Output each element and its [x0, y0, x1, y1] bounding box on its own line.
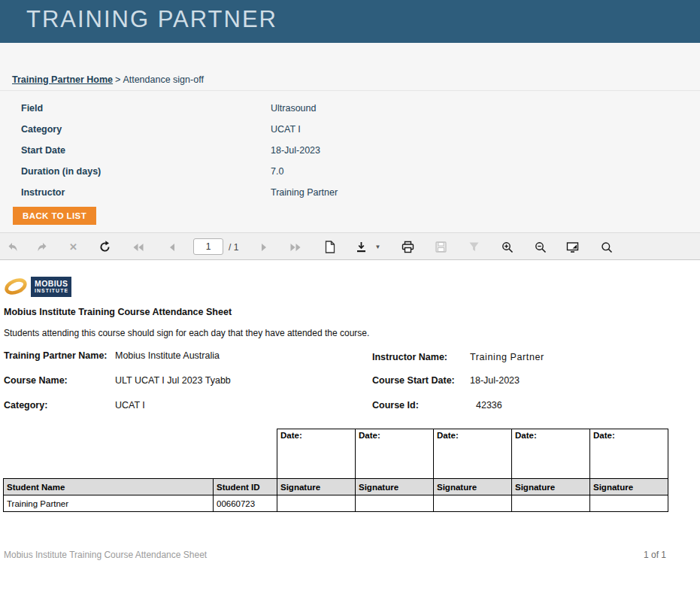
logo-text-institute: INSTITUTE [35, 288, 71, 293]
cell-student-name: Training Partner [4, 495, 214, 512]
info-value: 42336 [476, 400, 502, 411]
cell-student-id: 00660723 [214, 495, 277, 512]
info-label: Category: [4, 400, 115, 411]
info-value: ULT UCAT I Jul 2023 Tyabb [115, 375, 231, 386]
breadcrumb-divider [0, 90, 700, 91]
course-details: Field Ultrasound Category UCAT I Start D… [21, 98, 668, 203]
detail-row-start-date: Start Date 18-Jul-2023 [21, 140, 668, 161]
mobius-swoosh-icon [2, 275, 29, 298]
detail-label: Start Date [21, 145, 271, 156]
info-course-start-date: Course Start Date: 18-Jul-2023 [372, 375, 520, 386]
detail-value: 7.0 [271, 166, 283, 177]
header-student-id: Student ID [214, 479, 277, 495]
detail-label: Category [21, 124, 271, 135]
info-course-id: Course Id: 42336 [372, 400, 502, 411]
detail-row-duration: Duration (in days) 7.0 [21, 161, 668, 182]
new-document-icon[interactable] [323, 241, 336, 253]
app-content: Training Partner Home>Attendance sign-of… [0, 43, 700, 232]
detail-label: Duration (in days) [21, 166, 271, 177]
filter-icon[interactable] [468, 241, 480, 253]
cell-signature [277, 495, 356, 512]
report-page: MOBIUS INSTITUTE Mobius Institute Traini… [0, 260, 700, 606]
cell-signature [512, 495, 590, 512]
logo-text-mobius: MOBIUS [35, 280, 71, 288]
first-page-icon[interactable] [132, 241, 144, 253]
detail-value: 18-Jul-2023 [271, 145, 320, 156]
date-cell: Date: [590, 429, 668, 479]
header-signature: Signature [277, 479, 356, 495]
info-training-partner: Training Partner Name: Mobius Institute … [4, 350, 220, 361]
report-page-count: 1 of 1 [644, 550, 666, 560]
mobius-institute-logo: MOBIUS INSTITUTE [2, 275, 71, 298]
next-page-icon[interactable] [257, 241, 270, 253]
detail-value: Ultrasound [271, 103, 316, 114]
detail-row-category: Category UCAT I [21, 119, 668, 140]
previous-page-icon[interactable] [165, 241, 178, 253]
detail-row-instructor: Instructor Training Partner [21, 182, 668, 203]
report-subtitle: Students attending this course should si… [4, 328, 369, 338]
header-signature: Signature [356, 479, 434, 495]
breadcrumb: Training Partner Home>Attendance sign-of… [12, 74, 204, 85]
info-label: Instructor Name: [372, 352, 470, 362]
info-value: Mobius Institute Australia [115, 350, 220, 361]
date-row: Date: Date: Date: Date: Date: [4, 429, 668, 479]
attendance-table: Date: Date: Date: Date: Date: Student Na… [3, 429, 668, 512]
detail-row-field: Field Ultrasound [21, 98, 668, 119]
page-total-label: / 1 [229, 242, 238, 253]
info-value: Training Partner [470, 352, 544, 362]
back-to-list-button[interactable]: BACK TO LIST [13, 207, 96, 225]
date-row-blank-cell [4, 429, 277, 479]
print-icon[interactable] [402, 241, 414, 253]
page-number-input[interactable] [193, 238, 223, 255]
last-page-icon[interactable] [289, 241, 302, 253]
detail-value: Training Partner [271, 187, 338, 198]
header-student-name: Student Name [4, 479, 214, 495]
info-label: Course Name: [4, 375, 115, 386]
search-icon[interactable] [600, 241, 613, 253]
download-icon[interactable] [355, 241, 368, 253]
top-banner: TRAINING PARTNER [0, 0, 700, 43]
cell-signature [590, 495, 668, 512]
save-icon[interactable] [435, 241, 447, 253]
info-value: 18-Jul-2023 [470, 375, 520, 386]
undo-arrow-icon[interactable] [6, 241, 19, 253]
download-caret-icon[interactable]: ▼ [371, 241, 384, 253]
detail-value: UCAT I [271, 124, 301, 135]
date-cell: Date: [277, 429, 356, 479]
cancel-icon[interactable]: ✕ [67, 241, 80, 253]
info-label: Training Partner Name: [4, 350, 115, 361]
table-header-row: Student Name Student ID Signature Signat… [4, 479, 668, 495]
detail-label: Field [21, 103, 271, 114]
breadcrumb-separator: > [113, 74, 123, 85]
report-toolbar: ✕ / 1 ▼ [0, 232, 700, 260]
info-label: Course Id: [372, 400, 476, 411]
redo-arrow-icon[interactable] [35, 241, 48, 253]
date-cell: Date: [356, 429, 434, 479]
info-course-name: Course Name: ULT UCAT I Jul 2023 Tyabb [4, 375, 231, 386]
date-cell: Date: [512, 429, 590, 479]
breadcrumb-home-link[interactable]: Training Partner Home [12, 74, 113, 85]
cell-signature [356, 495, 434, 512]
info-label: Course Start Date: [372, 375, 470, 386]
report-title: Mobius Institute Training Course Attenda… [4, 307, 232, 317]
breadcrumb-current: Attendance sign-off [123, 74, 203, 85]
header-signature: Signature [590, 479, 668, 495]
report-footer-title: Mobius Institute Training Course Attenda… [4, 550, 207, 560]
header-signature: Signature [434, 479, 512, 495]
app-title: TRAINING PARTNER [26, 6, 277, 33]
table-row: Training Partner 00660723 [4, 495, 668, 512]
detail-label: Instructor [21, 187, 271, 198]
mobius-logo-box: MOBIUS INSTITUTE [31, 277, 71, 297]
zoom-out-icon[interactable] [534, 241, 547, 253]
refresh-icon[interactable] [98, 241, 111, 253]
header-signature: Signature [512, 479, 590, 495]
date-cell: Date: [434, 429, 512, 479]
info-instructor-name: Instructor Name: Training Partner [372, 352, 544, 362]
info-value: UCAT I [115, 400, 145, 411]
info-category: Category: UCAT I [4, 400, 145, 411]
zoom-in-icon[interactable] [501, 241, 514, 253]
cell-signature [434, 495, 512, 512]
fit-to-screen-icon[interactable] [566, 241, 579, 253]
